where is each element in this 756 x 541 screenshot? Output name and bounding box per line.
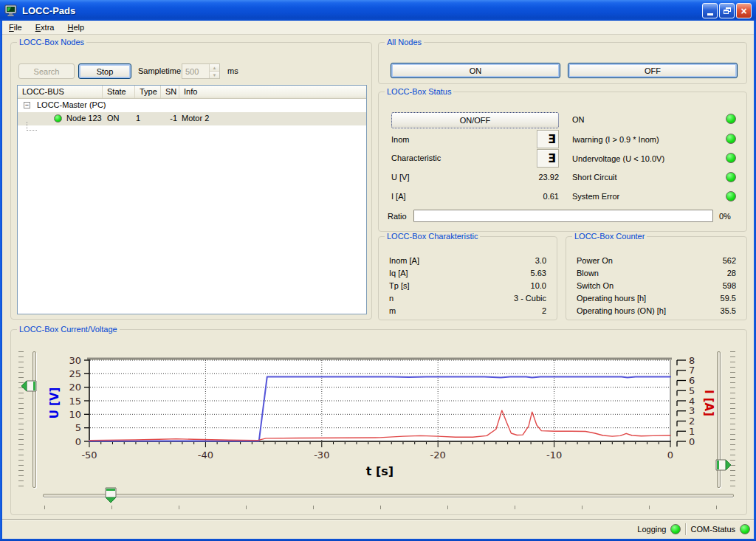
svg-text:5: 5 bbox=[75, 422, 81, 433]
app-window: LOCC-Pads × File Extra Help LOCC-Box Nod… bbox=[0, 0, 756, 541]
svg-text:5: 5 bbox=[689, 385, 695, 396]
svg-text:1: 1 bbox=[689, 426, 695, 437]
indicator-iwarning-label: Iwarning (I > 0.9 * Inom) bbox=[572, 135, 659, 144]
counter-ophours-value: 59.5 bbox=[721, 294, 736, 303]
char-m-label: m bbox=[389, 306, 396, 315]
menubar: File Extra Help bbox=[0, 21, 756, 35]
onoff-button[interactable]: ON/OFF bbox=[391, 112, 559, 128]
window-border-left bbox=[0, 21, 2, 541]
nodes-group: LOCC-Box Nodes Search Stop Sampletime ▲ … bbox=[10, 42, 372, 320]
characteristic-group: LOCC-Box Charakteristic Inom [A] 3.0 Iq … bbox=[378, 236, 557, 320]
statusbar: Logging COM-Status bbox=[0, 519, 756, 541]
node-state: ON bbox=[107, 114, 120, 123]
iwarning-led bbox=[726, 134, 736, 144]
logging-led bbox=[670, 524, 681, 534]
app-monitor-icon bbox=[4, 4, 18, 17]
sampletime-input[interactable] bbox=[182, 64, 209, 78]
u-value: 23.92 bbox=[489, 173, 559, 182]
all-nodes-group: All Nodes ON OFF bbox=[378, 42, 747, 84]
time-slider-ticks bbox=[44, 506, 718, 509]
char-tp-label: Tp [s] bbox=[389, 281, 410, 290]
tree-row-node[interactable]: Node 123 ON 1 -1 Motor 2 bbox=[18, 112, 366, 125]
i-label: I [A] bbox=[391, 192, 406, 201]
svg-text:2: 2 bbox=[689, 416, 695, 427]
svg-text:U [V]: U [V] bbox=[48, 387, 61, 419]
svg-text:-20: -20 bbox=[430, 449, 446, 461]
spin-down-icon[interactable]: ▼ bbox=[210, 71, 219, 78]
char-m-value: 2 bbox=[542, 306, 546, 315]
minimize-button[interactable] bbox=[702, 3, 718, 18]
svg-text:-10: -10 bbox=[546, 449, 562, 461]
counter-switchon-label: Switch On bbox=[577, 281, 614, 290]
shortcircuit-led bbox=[726, 172, 736, 182]
com-status-led bbox=[740, 524, 750, 534]
close-icon: × bbox=[740, 5, 746, 17]
u-scale-slider-track[interactable] bbox=[32, 351, 36, 488]
i-scale-slider-thumb[interactable] bbox=[715, 459, 732, 471]
svg-text:-50: -50 bbox=[81, 449, 97, 461]
counter-poweron-label: Power On bbox=[577, 256, 613, 265]
node-sn: -1 bbox=[161, 114, 177, 123]
svg-text:30: 30 bbox=[69, 355, 81, 366]
menu-file[interactable]: File bbox=[3, 21, 28, 33]
u-scale-slider-thumb[interactable] bbox=[21, 380, 37, 392]
column-info[interactable]: Info bbox=[179, 86, 366, 98]
char-tp-value: 10.0 bbox=[531, 281, 546, 290]
svg-text:0: 0 bbox=[667, 449, 673, 461]
column-state[interactable]: State bbox=[103, 86, 135, 98]
characteristic-dial-icon: Ǝ bbox=[537, 149, 559, 168]
counter-ophourson-value: 35.5 bbox=[721, 306, 736, 315]
collapse-icon[interactable]: − bbox=[24, 102, 30, 108]
menu-help[interactable]: Help bbox=[61, 21, 90, 33]
all-on-button[interactable]: ON bbox=[391, 63, 560, 78]
svg-text:6: 6 bbox=[689, 375, 695, 386]
close-button[interactable]: × bbox=[736, 3, 752, 18]
indicator-shortcircuit-label: Short Circuit bbox=[572, 173, 617, 182]
counter-blown-label: Blown bbox=[577, 269, 599, 278]
status-group-title: LOCC-Box Status bbox=[385, 87, 453, 96]
svg-text:t [s]: t [s] bbox=[366, 464, 394, 478]
node-info: Motor 2 bbox=[182, 114, 209, 123]
master-label: LOCC-Master (PC) bbox=[37, 100, 106, 109]
char-iq-label: Iq [A] bbox=[389, 269, 408, 278]
all-nodes-title: All Nodes bbox=[385, 38, 424, 46]
counter-ophourson-label: Operating hours (ON) [h] bbox=[577, 306, 666, 315]
logging-label: Logging bbox=[637, 525, 666, 534]
time-slider-thumb[interactable] bbox=[105, 487, 117, 503]
time-slider-track[interactable] bbox=[43, 494, 734, 497]
window-title: LOCC-Pads bbox=[22, 5, 75, 16]
titlebar[interactable]: LOCC-Pads × bbox=[0, 0, 756, 21]
spin-up-icon[interactable]: ▲ bbox=[210, 64, 219, 71]
char-n-label: n bbox=[389, 294, 394, 303]
characteristic-label: Characteristic bbox=[391, 154, 441, 162]
svg-text:0: 0 bbox=[689, 436, 695, 447]
inom-dial-icon: Ǝ bbox=[537, 130, 559, 148]
nodes-group-title: LOCC-Box Nodes bbox=[17, 38, 86, 46]
column-sn[interactable]: SN bbox=[161, 86, 179, 98]
menu-extra[interactable]: Extra bbox=[30, 21, 61, 33]
svg-text:4: 4 bbox=[689, 396, 695, 407]
char-inom-label: Inom [A] bbox=[389, 256, 419, 265]
column-locc-bus[interactable]: LOCC-BUS bbox=[18, 86, 103, 98]
tree-row-master[interactable]: − LOCC-Master (PC) bbox=[18, 99, 366, 112]
u-label: U [V] bbox=[391, 173, 409, 182]
all-off-button[interactable]: OFF bbox=[568, 63, 738, 78]
svg-text:I [A]: I [A] bbox=[702, 390, 715, 416]
counter-group-title: LOCC-Box Counter bbox=[572, 232, 647, 241]
column-type[interactable]: Type bbox=[135, 86, 161, 98]
indicator-undervoltage-label: Undervoltage (U < 10.0V) bbox=[572, 154, 664, 163]
minimize-icon bbox=[707, 13, 713, 15]
stop-button[interactable]: Stop bbox=[78, 63, 131, 79]
node-status-led bbox=[54, 114, 62, 123]
char-n-value: 3 - Cubic bbox=[514, 294, 546, 303]
restore-button[interactable] bbox=[719, 3, 735, 18]
search-button[interactable]: Search bbox=[18, 63, 75, 79]
sampletime-spinner[interactable]: ▲ ▼ bbox=[182, 63, 220, 79]
ratio-progressbar bbox=[413, 210, 713, 222]
svg-text:-40: -40 bbox=[198, 449, 213, 461]
svg-text:7: 7 bbox=[689, 365, 695, 376]
characteristic-group-title: LOCC-Box Charakteristic bbox=[385, 232, 480, 241]
undervoltage-led bbox=[726, 153, 736, 163]
inom-label: Inom bbox=[391, 135, 409, 144]
tree-branch-line bbox=[27, 122, 37, 131]
